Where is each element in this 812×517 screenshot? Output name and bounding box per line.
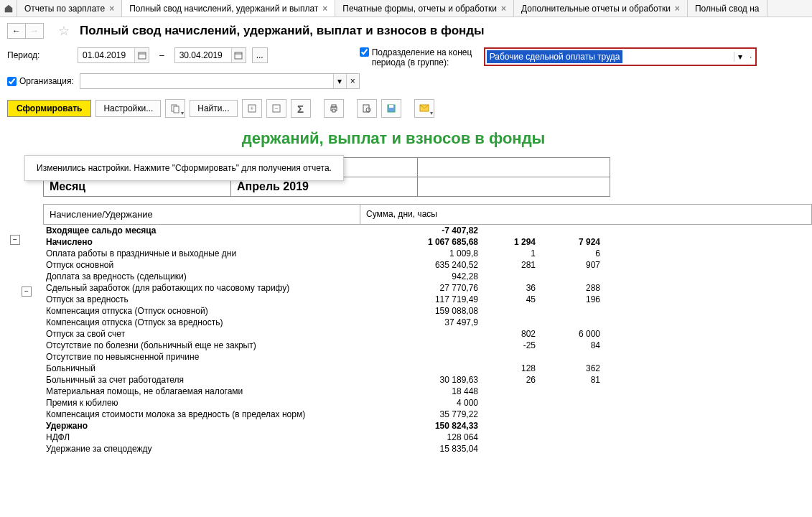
date-from-input[interactable] <box>78 47 149 63</box>
organization-combo[interactable]: ▾ × <box>80 73 360 89</box>
close-icon[interactable]: × <box>109 4 114 14</box>
cell-hours <box>538 386 603 397</box>
subdivision-checkbox[interactable] <box>360 47 369 57</box>
cell-hours <box>538 351 603 363</box>
col-amount: Сумма, дни, часы <box>360 205 611 224</box>
close-icon[interactable]: × <box>501 4 506 14</box>
cell-hours <box>538 420 603 432</box>
svg-rect-12 <box>332 109 335 112</box>
cell-hours <box>538 409 603 420</box>
date-to-input[interactable] <box>174 47 246 63</box>
tab-full-summary-2[interactable]: Полный свод на <box>688 0 767 17</box>
preview-icon[interactable] <box>357 99 377 118</box>
table-row: Больничный за счет работодателя30 189,63… <box>43 374 812 386</box>
cell-hours: 907 <box>538 259 603 271</box>
tab-full-summary[interactable]: Полный свод начислений, удержаний и выпл… <box>122 0 335 17</box>
expand-all-icon[interactable]: + <box>242 99 262 118</box>
cell-amount: 27 770,76 <box>359 282 481 294</box>
cell-amount <box>359 351 481 363</box>
combo-more-icon[interactable]: · <box>747 52 755 62</box>
table-row: Доплата за вредность (сдельщики)942,28 <box>43 271 812 282</box>
cell-amount: 128 064 <box>359 432 481 443</box>
cell-days <box>481 409 538 420</box>
tree-collapse-icon[interactable]: − <box>10 235 20 245</box>
cell-name: Удержание за спецодежду <box>43 443 359 455</box>
table-row: Сдельный заработок (для работающих по ча… <box>43 282 812 294</box>
table-row: Отсутствие по болезни (больничный еще не… <box>43 340 812 351</box>
period-label: Период: <box>7 47 72 60</box>
cell-name: Сдельный заработок (для работающих по ча… <box>43 282 359 294</box>
tab-reports[interactable]: Отчеты по зарплате× <box>17 0 122 17</box>
home-tab[interactable] <box>0 0 17 17</box>
tree-collapse-icon[interactable]: − <box>22 287 32 297</box>
favorite-icon[interactable]: ☆ <box>58 23 70 39</box>
find-button[interactable]: Найти... <box>190 100 237 117</box>
date-from-field[interactable] <box>78 50 134 60</box>
cell-amount: 159 088,08 <box>359 305 481 317</box>
collapse-all-icon[interactable]: − <box>266 99 286 118</box>
cell-days <box>481 225 538 236</box>
page-title: Полный свод начислений, удержаний, выпла… <box>80 24 485 38</box>
cell-amount <box>359 340 481 351</box>
forward-button[interactable]: → <box>25 23 44 39</box>
cell-name: Отпуск за свой счет <box>43 328 359 340</box>
copy-icon[interactable]: ▾ <box>165 99 185 118</box>
svg-point-14 <box>366 108 370 112</box>
back-button[interactable]: ← <box>7 23 26 39</box>
subdivision-value: Рабочие сдельной оплаты труда <box>487 50 623 63</box>
cell-days <box>481 420 538 432</box>
calendar-icon[interactable] <box>134 48 149 62</box>
save-icon[interactable] <box>381 99 401 118</box>
print-icon[interactable] <box>324 99 344 118</box>
cell-days: 128 <box>481 363 538 374</box>
cell-hours <box>538 432 603 443</box>
cell-name: Компенсация отпуска (Отпуск основной) <box>43 305 359 317</box>
settings-button[interactable]: Настройки... <box>95 100 161 117</box>
table-row: Компенсация отпуска (Отпуск основной)159… <box>43 305 812 317</box>
close-icon[interactable]: × <box>322 4 327 14</box>
cell-days: 1 294 <box>481 236 538 248</box>
tab-additional[interactable]: Дополнительные отчеты и обработки× <box>514 0 688 17</box>
cell-amount <box>359 363 481 374</box>
table-row: НДФЛ128 064 <box>43 432 812 443</box>
cell-amount: 635 240,52 <box>359 259 481 271</box>
organization-checkbox[interactable] <box>7 77 17 86</box>
cell-name: НДФЛ <box>43 432 359 443</box>
cell-days: 36 <box>481 282 538 294</box>
cell-days: 281 <box>481 259 538 271</box>
chevron-down-icon[interactable]: ▾ <box>333 74 346 88</box>
cell-amount: 30 189,63 <box>359 374 481 386</box>
mail-icon[interactable]: ▾ <box>414 99 434 118</box>
sum-icon[interactable]: Σ <box>291 99 311 118</box>
date-to-field[interactable] <box>175 50 231 60</box>
cell-hours <box>538 305 603 317</box>
table-row: Удержание за спецодежду15 835,04 <box>43 443 812 455</box>
form-button[interactable]: Сформировать <box>7 100 91 117</box>
tab-bar: Отчеты по зарплате× Полный свод начислен… <box>0 0 812 17</box>
cell-hours <box>538 271 603 282</box>
cell-name: Материальная помощь, не облагаемая налог… <box>43 386 359 397</box>
cell-days <box>481 386 538 397</box>
cell-hours: 288 <box>538 282 603 294</box>
cell-days <box>481 397 538 409</box>
cell-hours <box>538 443 603 455</box>
calendar-icon[interactable] <box>231 48 246 62</box>
tab-print-forms[interactable]: Печатные формы, отчеты и обработки× <box>335 0 514 17</box>
cell-amount: 18 448 <box>359 386 481 397</box>
chevron-down-icon[interactable]: ▾ <box>734 52 747 62</box>
table-row: Отпуск за свой счет8026 000 <box>43 328 812 340</box>
organization-label: Организация: <box>19 76 74 86</box>
cell-name: Больничный <box>43 363 359 374</box>
period-picker-button[interactable]: ... <box>252 47 268 63</box>
cell-amount: 15 835,04 <box>359 443 481 455</box>
cell-name: Отсутствие по невыясненной причине <box>43 351 359 363</box>
cell-name: Отсутствие по болезни (больничный еще не… <box>43 340 359 351</box>
cell-hours <box>538 225 603 236</box>
close-icon[interactable]: × <box>675 4 680 14</box>
grid-header: Начисление/Удержание Сумма, дни, часы <box>43 204 812 225</box>
clear-icon[interactable]: × <box>346 74 359 88</box>
cell-amount: 150 824,33 <box>359 420 481 432</box>
cell-amount <box>359 328 481 340</box>
subdivision-combo[interactable]: Рабочие сдельной оплаты труда ▾ · <box>484 47 757 66</box>
organization-field[interactable] <box>80 74 333 88</box>
